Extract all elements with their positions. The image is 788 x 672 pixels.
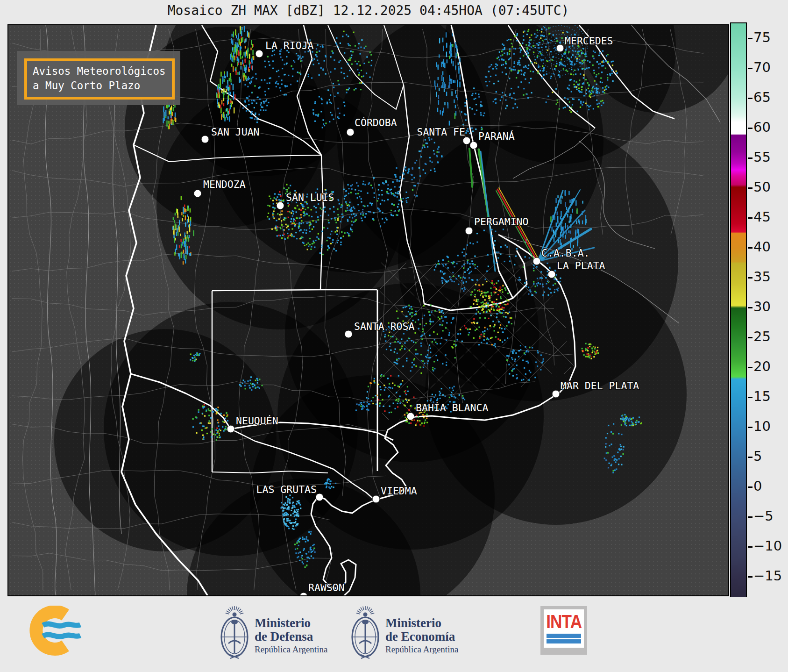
colorbar-tick: [748, 128, 753, 129]
colorbar-tick: [748, 576, 753, 578]
radar-product-page: Mosaico ZH MAX [dBZ] 12.12.2025 04:45HOA…: [0, 0, 788, 672]
city-dot: [194, 190, 201, 197]
colorbar-tick: [748, 337, 753, 338]
colorbar-tick: [748, 457, 753, 458]
city-dot: [256, 50, 263, 57]
defensa-line3: República Argentina: [255, 643, 327, 656]
city-dot: [316, 493, 323, 501]
city-label: MENDOZA: [203, 179, 246, 190]
colorbar-tick-label: 45: [753, 209, 771, 225]
city-label: SAN LUIS: [286, 192, 334, 203]
city-dot: [372, 495, 380, 503]
colorbar-tick-label: 50: [753, 179, 771, 195]
colorbar-tick-label: −5: [753, 508, 774, 524]
city-label: SANTA FE: [417, 126, 465, 138]
city-label: PERGAMINO: [474, 216, 529, 228]
inta-bar-1: [547, 634, 581, 638]
city-label: BAHÍA BLANCA: [416, 402, 488, 414]
colorbar-tick-label: −15: [753, 568, 782, 584]
colorbar-tick: [748, 98, 753, 99]
footer: Servicio Meteorológico Nacional Argentin…: [0, 597, 788, 672]
colorbar-tick: [748, 486, 753, 488]
colorbar-tick-label: 20: [753, 358, 771, 374]
colorbar-tick-label: −10: [753, 538, 782, 554]
coat-of-arms-defensa-icon: [216, 603, 253, 664]
colorbar-tick: [748, 546, 753, 548]
economia-line3: República Argentina: [385, 643, 458, 656]
colorbar-tick-label: 15: [753, 388, 771, 404]
colorbar-tick-label: 30: [753, 299, 771, 315]
city-label: C.A.B.A.: [541, 247, 590, 259]
colorbar-tick: [748, 68, 753, 69]
economia-line1: Ministerio: [385, 616, 458, 630]
city-dot: [463, 137, 470, 144]
city-dot: [548, 271, 555, 278]
warning-badge-line2: a Muy Corto Plazo: [33, 79, 165, 93]
city-dot: [347, 129, 354, 136]
colorbar-tick-label: 75: [753, 29, 771, 45]
colorbar-tick-label: 65: [753, 89, 771, 105]
smn-logo-icon: [27, 606, 88, 658]
colorbar-tick-label: 5: [753, 448, 762, 464]
city-label: SANTA ROSA: [354, 321, 414, 332]
colorbar-tick: [748, 367, 753, 368]
city-label: MAR DEL PLATA: [561, 380, 639, 392]
city-dot: [277, 202, 284, 209]
colorbar-tick: [748, 187, 753, 189]
colorbar-tick-label: 40: [753, 239, 771, 255]
city-label: SAN JUAN: [211, 126, 260, 138]
colorbar-tick-label: 55: [753, 149, 771, 165]
city-dot: [201, 136, 209, 143]
colorbar-tick: [748, 277, 753, 279]
inta-wordmark: INTA: [546, 611, 582, 632]
colorbar-tick: [748, 247, 753, 249]
city-label: LA PLATA: [557, 260, 605, 272]
page-title: Mosaico ZH MAX [dBZ] 12.12.2025 04:45HOA…: [7, 3, 729, 18]
city-dot: [465, 227, 473, 235]
economia-line2: de Economía: [385, 630, 458, 643]
city-dot: [556, 44, 564, 52]
city-dot: [345, 330, 352, 338]
defensa-line2: de Defensa: [255, 630, 327, 643]
city-label: RAWSON: [308, 582, 345, 593]
colorbar-tick: [748, 157, 753, 159]
city-label: VIEDMA: [381, 485, 417, 497]
colorbar-tick-label: 25: [753, 329, 771, 344]
colorbar-tick: [748, 516, 753, 518]
city-label: NEUQUÉN: [236, 415, 278, 427]
colorbar-tick-label: 35: [753, 269, 771, 285]
ministerio-economia-label: Ministerio de Economía República Argenti…: [385, 616, 458, 656]
city-dot: [470, 142, 477, 149]
radar-map: MERCEDESLA RIOJASAN JUANCÓRDOBASANTA FEP…: [7, 24, 729, 596]
colorbar-tick: [748, 427, 753, 428]
ministerio-defensa-label: Ministerio de Defensa República Argentin…: [255, 616, 327, 656]
city-label: LA RIOJA: [265, 40, 314, 51]
city-label: PARANÁ: [478, 130, 515, 142]
colorbar-tick: [748, 217, 753, 219]
colorbar-tick-label: 60: [753, 119, 771, 135]
city-label: LAS GRUTAS: [256, 484, 317, 495]
city-dot: [533, 257, 540, 265]
city-label: CÓRDOBA: [355, 117, 397, 129]
warning-badge-frame: Avisos Meteorológicos a Muy Corto Plazo: [24, 58, 175, 100]
colorbar-tick: [748, 397, 753, 398]
city-dot: [407, 413, 414, 420]
coat-of-arms-economia-icon: [347, 603, 384, 664]
inta-logo-frame: INTA: [544, 609, 584, 648]
colorbar-tick: [748, 38, 753, 39]
radar-map-canvas: MERCEDESLA RIOJASAN JUANCÓRDOBASANTA FEP…: [8, 25, 728, 595]
city-label: MERCEDES: [565, 35, 613, 47]
warning-badge-line1: Avisos Meteorológicos: [33, 64, 165, 79]
city-dot: [227, 425, 234, 433]
defensa-line1: Ministerio: [255, 616, 327, 630]
inta-bar-2: [547, 639, 581, 643]
dbz-colorbar: [730, 22, 747, 598]
colorbar-tick: [748, 307, 753, 308]
inta-logo: INTA: [540, 606, 587, 655]
colorbar-tick-label: 70: [753, 59, 771, 75]
colorbar-tick-label: 10: [753, 418, 771, 434]
city-dot: [552, 390, 560, 398]
warning-badge: Avisos Meteorológicos a Muy Corto Plazo: [17, 51, 180, 105]
colorbar-tick-label: 0: [753, 478, 762, 494]
